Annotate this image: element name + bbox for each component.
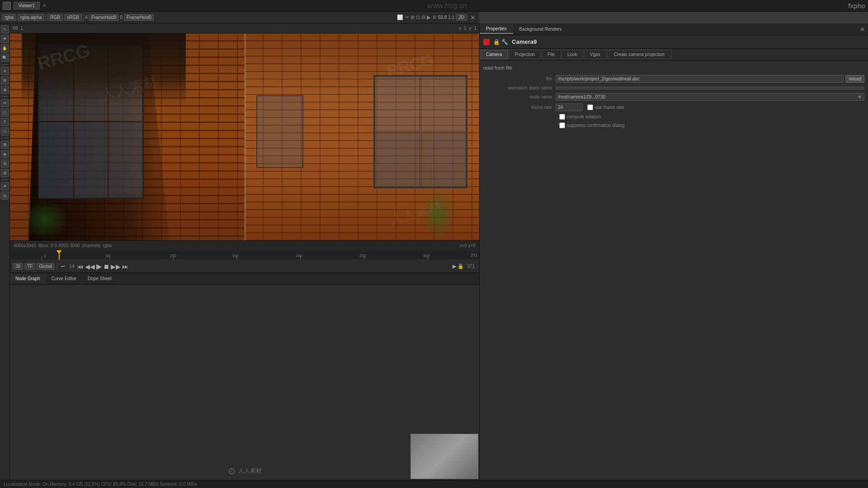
toolbar-btn-paint[interactable]: ✏ — [1, 99, 9, 107]
viewer-image-right — [245, 33, 479, 240]
prev-frame-btn[interactable]: ◀◀ — [85, 263, 95, 270]
viewer-frame-bar: f/8 1 x 1 y 1 — [10, 23, 479, 33]
toolbar-btn-hand[interactable]: ✋ — [1, 44, 9, 52]
tab-dope-sheet[interactable]: Dope Sheet — [82, 274, 118, 283]
node-name-label: node name — [483, 94, 556, 99]
toolbar-btn-c[interactable]: ⊕ — [1, 86, 9, 94]
toolbar-sep2 — [2, 96, 8, 97]
anim-stack-input[interactable] — [556, 87, 864, 89]
toolbar-btn-shape[interactable]: ◻ — [1, 108, 9, 117]
f-value: f/8 — [13, 26, 18, 31]
logo-icon: ⊙ — [228, 465, 236, 476]
localization-bar: Localization Mode: On Memory: 8.4 GB (52… — [0, 480, 868, 488]
timeline-ruler: 1 50 100 150 200 250 300 — [10, 250, 479, 260]
node-graph-tab-bar: Node Graph Curve Editor Dope Sheet — [10, 273, 479, 285]
lock-icon[interactable]: 🔒 — [458, 263, 464, 269]
render-icon[interactable]: ▶ — [453, 263, 456, 269]
toolbar-btn-eye[interactable]: ◎ — [1, 192, 9, 200]
toolbar-btn-more2[interactable]: ◈ — [1, 150, 9, 158]
toolbar-btn-a[interactable]: A — [1, 67, 9, 75]
node-canvas: RRCG 人人素材 RRCG 人人素材 top FrameHold0 Frame… — [10, 285, 479, 480]
toolbar-btn-more4[interactable]: ⊛ — [1, 169, 9, 177]
watermark-url: www.rrcg.cn — [427, 2, 467, 10]
toolbar-btn-text[interactable]: T — [1, 118, 9, 126]
toolbar-btn-more1[interactable]: ⊞ — [1, 141, 9, 149]
viewer-tab[interactable]: Viewer1 — [14, 2, 40, 9]
frame-rate-label: frame rate — [483, 105, 556, 110]
fxphoto-logo: fxpho — [848, 2, 865, 9]
frame-num: 1 — [20, 26, 23, 31]
tab-close-icon[interactable]: ✕ — [42, 3, 46, 8]
node-name-dropdown-icon[interactable]: ▼ — [858, 94, 862, 99]
x-coord: x — [459, 26, 461, 31]
props-section-read-from-file: read from file — [483, 65, 864, 70]
toolbar-btn-more3[interactable]: ⊟ — [1, 160, 9, 168]
toolbar-btn-zoom[interactable]: 🔍 — [1, 54, 9, 62]
alpha-selector[interactable]: rgba.alpha — [18, 14, 44, 21]
colorspace-btn[interactable]: sRGB — [64, 14, 82, 21]
go-start-btn[interactable]: ⏮ — [77, 263, 84, 270]
props-close-btn[interactable]: ✕ — [857, 26, 868, 33]
close-viewer-btn[interactable]: ✕ — [468, 14, 477, 21]
properties-panel: Properties Background Renders ✕ 🔒 🔧 Came… — [479, 23, 868, 480]
toolbar-btn-b[interactable]: B — [1, 76, 9, 84]
view-mode-btn[interactable]: 2D — [456, 14, 467, 21]
frame-rate-input[interactable]: 24 — [556, 103, 583, 111]
frameholds-b-btn[interactable]: FrameHold0 — [124, 14, 154, 21]
toolbar-btn-wand[interactable]: ✦ — [1, 182, 9, 190]
suppress-checkbox[interactable] — [559, 122, 565, 128]
node-name-input[interactable]: /root/camera1/DI...0730 ▼ — [556, 93, 864, 101]
sub-tab-file[interactable]: File — [542, 50, 561, 59]
timeline-reset-icon[interactable]: ↩ — [60, 263, 66, 270]
go-end-btn[interactable]: ⏭ — [122, 263, 128, 270]
props-icons: 🔒 🔧 — [493, 39, 508, 45]
props-node-header: 🔒 🔧 Camera9 — [480, 35, 868, 49]
suppress-checkbox-row: suppress confirmation dialog — [559, 122, 624, 128]
tf-mode-btn[interactable]: TF — [24, 263, 35, 270]
sub-tab-camera[interactable]: Camera — [480, 50, 508, 59]
props-row-node-name: node name /root/camera1/DI...0730 ▼ — [483, 93, 864, 101]
use-frame-rate-checkbox[interactable] — [587, 104, 593, 110]
toolbar-btn-select[interactable]: ↖ — [1, 25, 9, 33]
fps-btn[interactable]: 30 — [13, 263, 23, 270]
toolbar-sep — [2, 64, 8, 65]
file-input[interactable]: //scripts/work/project_2/geo/wall/wall.a… — [556, 75, 844, 83]
next-frame-btn[interactable]: ▶▶ — [111, 263, 121, 270]
x-value: 1 — [464, 26, 467, 31]
timeline-frame-num-display: 14 — [67, 264, 76, 269]
rgb-mode-btn[interactable]: RGB — [47, 14, 63, 21]
viewer-status-bar: 4056x3040 bbox: 0 0 4056 3040 channels: … — [10, 240, 479, 250]
stop-btn[interactable]: ⏹ — [103, 263, 109, 270]
toolbar-btn-view[interactable]: 👁 — [1, 35, 9, 43]
tab-curve-editor[interactable]: Curve Editor — [46, 274, 82, 283]
compute-rotation-checkbox[interactable] — [559, 114, 565, 120]
toolbar-sep2 — [83, 14, 84, 21]
props-tab-properties[interactable]: Properties — [480, 24, 513, 34]
reload-btn[interactable]: reload — [845, 75, 864, 83]
end-frame-display: 371 — [465, 264, 476, 269]
frameholds-a-btn[interactable]: FrameHold9 — [89, 14, 118, 21]
sub-tab-projection[interactable]: Projection — [509, 50, 541, 59]
node-graph-container: Node Graph Curve Editor Dope Sheet — [10, 273, 479, 480]
global-btn[interactable]: Global — [37, 263, 54, 270]
file-label: file — [483, 76, 556, 81]
bbox-text: bbox: 0 0 4056 3040 — [38, 243, 80, 248]
props-row-suppress: suppress confirmation dialog — [559, 122, 864, 128]
props-tab-bg-renders[interactable]: Background Renders — [513, 25, 568, 33]
sub-tab-create-cam-proj[interactable]: Create camera projection — [607, 50, 671, 59]
bottom-right-thumbnail — [410, 434, 478, 479]
play-btn[interactable]: ▶ — [96, 262, 102, 271]
tab-node-graph[interactable]: Node Graph — [10, 274, 46, 283]
app-icon — [3, 2, 11, 10]
suppress-label: suppress confirmation dialog — [567, 123, 624, 128]
viewer-canvas: RRCG 人人素材 RRCG 人人素材 — [10, 33, 479, 240]
sub-tab-vgas[interactable]: Vgas — [584, 50, 606, 59]
sub-tab-look[interactable]: Look — [561, 50, 583, 59]
toolbar-sep4 — [2, 179, 8, 180]
left-toolbar: ↖ 👁 ✋ 🔍 A B ⊕ ✏ ◻ T ⬡ ⊞ ◈ ⊟ ⊛ ✦ ◎ — [0, 23, 10, 480]
channel-selector[interactable]: rgba — [2, 14, 16, 21]
logo-text: 人人素材 — [238, 467, 262, 475]
compute-rotation-label: compute rotation — [567, 114, 601, 119]
node-color-swatch[interactable] — [483, 39, 490, 45]
toolbar-btn-node[interactable]: ⬡ — [1, 127, 9, 136]
